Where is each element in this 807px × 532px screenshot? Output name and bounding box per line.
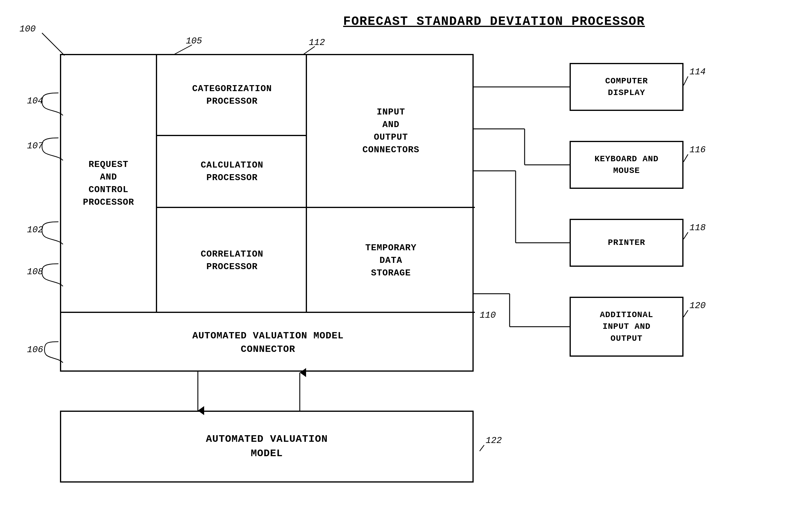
calculation-box: CALCULATIONPROCESSOR — [157, 136, 307, 208]
svg-text:110: 110 — [480, 310, 496, 320]
svg-line-17 — [480, 445, 484, 451]
avm-connector-section: AUTOMATED VALUATION MODELCONNECTOR — [61, 313, 475, 373]
temp-storage-box: TEMPORARYDATASTORAGE — [307, 208, 475, 313]
keyboard-mouse-label: KEYBOARD ANDMOUSE — [595, 153, 659, 176]
main-processor-box: REQUESTANDCONTROLPROCESSOR CATEGORIZATIO… — [60, 54, 474, 372]
io-storage-column: INPUTANDOUTPUTCONNECTORS TEMPORARYDATAST… — [307, 55, 475, 313]
io-connectors-label: INPUTANDOUTPUTCONNECTORS — [362, 106, 419, 156]
svg-text:104: 104 — [27, 96, 43, 106]
svg-text:122: 122 — [486, 436, 502, 446]
svg-text:107: 107 — [27, 141, 43, 151]
ref-100: 100 — [19, 24, 36, 34]
diagram-container: FORECAST STANDARD DEVIATION PROCESSOR 10… — [0, 0, 807, 532]
temp-storage-label: TEMPORARYDATASTORAGE — [365, 242, 416, 279]
svg-line-11 — [683, 154, 688, 162]
computer-display-label: COMPUTERDISPLAY — [605, 75, 648, 99]
svg-line-15 — [683, 310, 688, 317]
categorization-label: CATEGORIZATIONPROCESSOR — [192, 82, 272, 108]
printer-label: PRINTER — [608, 237, 645, 248]
io-connectors-box: INPUTANDOUTPUTCONNECTORS — [307, 55, 475, 208]
avm-label: AUTOMATED VALUATIONMODEL — [206, 432, 328, 461]
svg-text:105: 105 — [186, 36, 202, 46]
svg-text:114: 114 — [690, 67, 706, 77]
additional-io-box: ADDITIONALINPUT ANDOUTPUT — [569, 297, 683, 357]
request-control-label: REQUESTANDCONTROLPROCESSOR — [83, 158, 134, 209]
svg-line-9 — [683, 76, 688, 86]
printer-box: PRINTER — [569, 219, 683, 267]
svg-text:118: 118 — [690, 223, 706, 233]
svg-text:116: 116 — [690, 145, 706, 155]
avm-box: AUTOMATED VALUATIONMODEL — [60, 411, 474, 482]
svg-line-13 — [683, 232, 688, 239]
diagram-title: FORECAST STANDARD DEVIATION PROCESSOR — [343, 14, 645, 29]
avm-connector-label: AUTOMATED VALUATION MODELCONNECTOR — [192, 329, 343, 356]
correlation-label: CORRELATIONPROCESSOR — [201, 248, 263, 273]
svg-line-4 — [174, 45, 192, 55]
calculation-label: CALCULATIONPROCESSOR — [201, 159, 263, 184]
processors-column: CATEGORIZATIONPROCESSOR CALCULATIONPROCE… — [157, 55, 307, 313]
svg-text:108: 108 — [27, 267, 43, 277]
svg-text:106: 106 — [27, 345, 43, 355]
svg-line-3 — [42, 33, 64, 55]
additional-io-label: ADDITIONALINPUT ANDOUTPUT — [600, 309, 653, 344]
svg-line-6 — [303, 46, 315, 55]
computer-display-box: COMPUTERDISPLAY — [569, 63, 683, 111]
svg-text:120: 120 — [690, 301, 706, 311]
correlation-box: CORRELATIONPROCESSOR — [157, 208, 307, 313]
keyboard-mouse-box: KEYBOARD ANDMOUSE — [569, 141, 683, 189]
svg-text:102: 102 — [27, 225, 43, 235]
request-control-section: REQUESTANDCONTROLPROCESSOR — [61, 55, 157, 313]
categorization-box: CATEGORIZATIONPROCESSOR — [157, 55, 307, 136]
svg-text:112: 112 — [309, 37, 325, 48]
